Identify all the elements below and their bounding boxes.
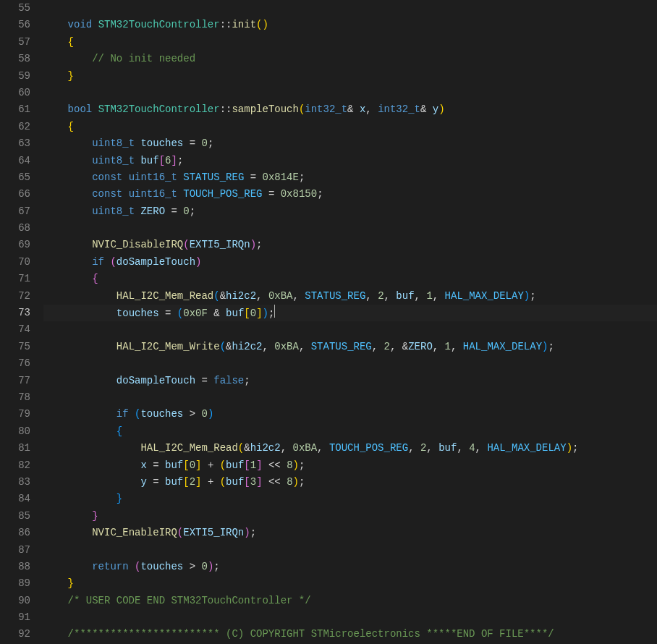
code-line[interactable]: if (doSampleTouch): [43, 254, 657, 271]
line-number: 84: [0, 491, 30, 507]
code-line[interactable]: if (touches > 0): [43, 406, 657, 423]
code-token: [: [244, 459, 250, 471]
code-token: ;: [268, 308, 274, 319]
code-token: >: [183, 408, 201, 420]
code-token: [43, 510, 92, 522]
code-line[interactable]: NVIC_DisableIRQ(EXTI5_IRQn);: [43, 237, 657, 253]
code-token: /* USER CODE END STM32TouchController */: [68, 595, 311, 606]
code-token: NVIC_DisableIRQ: [92, 239, 183, 250]
code-token: [129, 408, 135, 420]
code-token: HAL_MAX_DELAY: [463, 341, 542, 352]
code-line[interactable]: HAL_I2C_Mem_Read(&hi2c2, 0xBA, STATUS_RE…: [43, 288, 657, 305]
line-number: 63: [0, 135, 30, 152]
code-token: [177, 171, 183, 183]
code-line[interactable]: [43, 609, 657, 626]
code-token: 0: [201, 561, 207, 572]
code-line[interactable]: [43, 0, 657, 17]
code-line[interactable]: {: [43, 423, 657, 440]
code-line[interactable]: x = buf[0] + (buf[1] << 8);: [43, 457, 657, 474]
code-line[interactable]: bool STM32TouchController::sampleTouch(i…: [43, 101, 657, 118]
code-token: 0xBA: [274, 341, 299, 352]
code-line[interactable]: NVIC_EnableIRQ(EXTI5_IRQn);: [43, 525, 657, 541]
code-token: ,: [365, 103, 378, 115]
code-token: <<: [263, 459, 287, 471]
code-token: ): [438, 103, 444, 115]
code-token: [43, 577, 68, 589]
code-token: [43, 239, 92, 250]
code-line[interactable]: {: [43, 119, 657, 135]
code-line[interactable]: [43, 85, 657, 101]
code-token: ,: [451, 341, 463, 352]
code-token: }: [116, 493, 122, 504]
code-line[interactable]: }: [43, 575, 657, 592]
code-line[interactable]: y = buf[2] + (buf[3] << 8);: [43, 474, 657, 491]
code-token: <<: [263, 476, 287, 488]
code-token: uint8_t: [92, 137, 135, 149]
code-token: [43, 493, 116, 504]
code-token: [43, 459, 140, 471]
code-line[interactable]: }: [43, 491, 657, 507]
code-line[interactable]: uint8_t buf[6];: [43, 153, 657, 169]
code-line[interactable]: HAL_I2C_Mem_Read(&hi2c2, 0xBA, TOUCH_POS…: [43, 440, 657, 457]
code-token: [92, 19, 98, 30]
code-token: ,: [408, 442, 420, 454]
code-editor[interactable]: 5556575859606162636465666768697071727374…: [0, 0, 657, 644]
code-token: [43, 103, 68, 115]
code-line[interactable]: touches = (0x0F & buf[0]);: [43, 305, 657, 321]
code-token: [122, 188, 128, 200]
code-line[interactable]: [43, 389, 657, 406]
code-token: [: [183, 476, 189, 488]
code-token: ): [195, 256, 201, 268]
code-token: [43, 19, 68, 30]
code-token: ): [208, 408, 213, 420]
code-token: STATUS_REG: [311, 341, 372, 352]
code-token: [43, 121, 68, 132]
code-token: 8: [287, 476, 292, 488]
code-token: [43, 206, 92, 217]
code-token: uint16_t: [129, 171, 177, 183]
code-line[interactable]: /************************ (C) COPYRIGHT …: [43, 626, 657, 643]
line-number: 85: [0, 508, 30, 525]
code-line[interactable]: uint8_t touches = 0;: [43, 135, 657, 152]
code-token: [43, 375, 116, 386]
code-token: ;: [299, 171, 305, 183]
code-line[interactable]: [43, 220, 657, 237]
code-token: &: [220, 290, 226, 302]
code-token: (: [220, 341, 226, 352]
code-token: [43, 341, 116, 352]
code-token: ,: [262, 341, 274, 352]
code-line[interactable]: [43, 542, 657, 559]
code-token: (: [177, 527, 183, 538]
code-line[interactable]: const uint16_t TOUCH_POS_REG = 0x8150;: [43, 186, 657, 203]
code-line[interactable]: /* USER CODE END STM32TouchController */: [43, 593, 657, 609]
code-token: ::: [220, 103, 232, 115]
code-token: ::: [220, 19, 232, 30]
code-token: hi2c2: [250, 442, 281, 454]
code-line[interactable]: }: [43, 508, 657, 525]
code-line[interactable]: [43, 355, 657, 372]
code-token: +: [201, 459, 219, 471]
line-number: 71: [0, 271, 30, 287]
code-token: [43, 595, 68, 606]
code-line[interactable]: uint8_t ZERO = 0;: [43, 203, 657, 220]
code-token: {: [116, 425, 122, 437]
code-line[interactable]: HAL_I2C_Mem_Write(&hi2c2, 0xBA, STATUS_R…: [43, 339, 657, 355]
code-area[interactable]: void STM32TouchController::init() { // N…: [43, 0, 657, 644]
code-line[interactable]: doSampleTouch = false;: [43, 373, 657, 389]
code-line[interactable]: {: [43, 34, 657, 51]
code-token: HAL_MAX_DELAY: [445, 290, 524, 302]
code-line[interactable]: const uint16_t STATUS_REG = 0x814E;: [43, 169, 657, 186]
code-line[interactable]: // No init needed: [43, 51, 657, 67]
code-line[interactable]: }: [43, 68, 657, 85]
code-line[interactable]: {: [43, 271, 657, 287]
line-number: 65: [0, 169, 30, 186]
code-line[interactable]: [43, 321, 657, 338]
code-line[interactable]: return (touches > 0);: [43, 559, 657, 575]
code-token: (: [177, 308, 183, 319]
line-number: 61: [0, 101, 30, 118]
code-token: ;: [317, 188, 323, 200]
code-line[interactable]: void STM32TouchController::init(): [43, 17, 657, 33]
code-token: 2: [384, 341, 390, 352]
code-token: HAL_I2C_Mem_Write: [116, 341, 220, 352]
code-token: ,: [475, 442, 488, 454]
